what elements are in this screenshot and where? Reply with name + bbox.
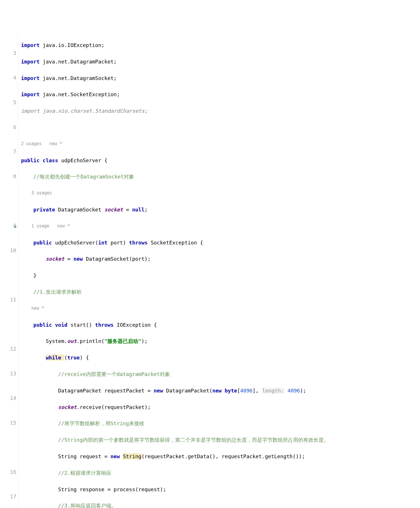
code-line[interactable]: //每次都先创建一个DatagramSocket对象: [20, 172, 420, 181]
code-line[interactable]: //2.根据请求计算响应: [20, 469, 420, 477]
code-line[interactable]: [20, 123, 420, 131]
code-line[interactable]: import java.nio.charset.StandardCharsets…: [20, 107, 420, 115]
line-number: 6: [8, 123, 16, 131]
line-number: 4: [8, 74, 16, 82]
line-number: 10: [8, 246, 16, 255]
line-number: 14: [8, 394, 16, 402]
code-line[interactable]: public void start() throws IOException {: [20, 321, 420, 329]
usage-hint[interactable]: 1 usage new *: [20, 222, 420, 230]
code-line[interactable]: public udpEchoServer(int port) throws So…: [20, 238, 420, 247]
run-gutter-icon[interactable]: ▶: [15, 223, 17, 230]
code-line[interactable]: import java.net.SocketException;: [20, 90, 420, 98]
code-line[interactable]: //String内部的第一个参数就是将字节数组获得，第二个并非是字节数组的总长度…: [20, 436, 420, 444]
code-line[interactable]: private DatagramSocket socket = null;: [20, 205, 420, 214]
code-line[interactable]: socket.receive(requestPacket);: [20, 403, 420, 411]
code-line[interactable]: System.out.println("服务器已启动");: [20, 337, 420, 345]
line-number: 12: [8, 345, 16, 353]
code-line[interactable]: //将字节数组解析，用String来接收: [20, 419, 420, 427]
code-line[interactable]: }: [20, 271, 420, 279]
line-number: 17: [8, 493, 16, 501]
code-line[interactable]: DatagramPacket requestPacket = new Datag…: [20, 386, 420, 395]
line-number: 16: [8, 468, 16, 476]
code-area[interactable]: import java.io.IOException; import java.…: [18, 33, 420, 508]
line-number: 8: [8, 172, 16, 181]
code-line[interactable]: String request = new String(requestPacke…: [20, 452, 420, 460]
usage-hint[interactable]: new *: [20, 304, 420, 312]
code-editor: 3 4 5 6 7 8 9▶ 10 11 12 13 14 15 16 17 1…: [0, 33, 420, 508]
line-number: 3: [8, 49, 16, 57]
code-line[interactable]: import java.net.DatagramPacket;: [20, 57, 420, 66]
code-line[interactable]: import java.net.DatagramSocket;: [20, 74, 420, 82]
code-line[interactable]: public class udpEchoServer {: [20, 156, 420, 164]
line-number: 5: [8, 98, 16, 107]
line-gutter: 3 4 5 6 7 8 9▶ 10 11 12 13 14 15 16 17 1…: [0, 33, 18, 508]
code-line[interactable]: socket = new DatagramSocket(port);: [20, 255, 420, 263]
line-number: 15: [8, 419, 16, 427]
usage-hint[interactable]: 3 usages: [20, 189, 420, 197]
line-number: 7: [8, 148, 16, 156]
code-line[interactable]: //receive内部需要一个datagramPacket对象: [20, 370, 420, 378]
code-line[interactable]: //3.将响应返回客户端。: [20, 501, 420, 508]
code-line[interactable]: //1.发出请求并解析: [20, 288, 420, 296]
code-line[interactable]: while (true) {: [20, 353, 420, 362]
code-line[interactable]: import java.io.IOException;: [20, 41, 420, 49]
code-line[interactable]: String response = process(request);: [20, 485, 420, 493]
line-number: 13: [8, 370, 16, 378]
line-number: 11: [8, 296, 16, 304]
usage-hint[interactable]: 2 usages new *: [20, 140, 420, 148]
parameter-hint: length:: [262, 388, 284, 394]
